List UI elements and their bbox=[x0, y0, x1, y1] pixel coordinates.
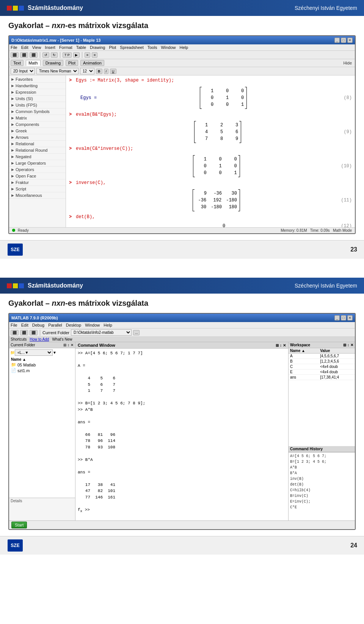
toolbar-align2[interactable]: ≡ bbox=[92, 52, 97, 58]
sidebar-fraktur[interactable]: ▶Fraktur bbox=[9, 179, 66, 186]
maple-minimize-btn[interactable]: _ bbox=[334, 38, 340, 43]
maple-win-controls[interactable]: _ □ ✕ bbox=[334, 38, 353, 43]
sidebar-large-operators[interactable]: ▶Large Operators bbox=[9, 160, 66, 167]
bold-btn[interactable]: B bbox=[96, 69, 102, 74]
cmd-ctrl-2[interactable]: ↕ bbox=[280, 343, 282, 347]
toolbar-redo[interactable]: ↻ bbox=[51, 52, 58, 58]
maple-close-btn[interactable]: ✕ bbox=[347, 38, 353, 43]
sidebar-miscellaneous[interactable]: ▶Miscellaneous bbox=[9, 192, 66, 199]
menu-insert[interactable]: Insert bbox=[45, 45, 55, 50]
toolbar-btn-1[interactable]: ⬛ bbox=[11, 52, 19, 58]
maple-line-3: > evalm(C&*inverse(C)); bbox=[69, 146, 352, 153]
maple-line-4: > inverse(C), bbox=[69, 180, 352, 187]
matlab-tb-1[interactable]: ⬛ bbox=[11, 330, 19, 335]
sidebar-arrows[interactable]: ▶Arrows bbox=[9, 134, 66, 141]
tab-math[interactable]: Math bbox=[26, 60, 40, 66]
matlab-browse-btn[interactable]: ... bbox=[133, 330, 140, 335]
menu-tools[interactable]: Tools bbox=[147, 45, 157, 50]
toolbar-align[interactable]: ≡ bbox=[85, 52, 90, 58]
maple-output-c-inv-c-row: 100 010 001 (10) bbox=[80, 155, 352, 177]
tab-animation[interactable]: Animation bbox=[80, 60, 104, 66]
input-mode-select[interactable]: 2D Input bbox=[11, 68, 35, 74]
matlab-tb-2[interactable]: ⬛ bbox=[20, 330, 28, 335]
ws-ctrl-1[interactable]: ⊞ bbox=[343, 343, 346, 347]
matlab-close-btn[interactable]: ✕ bbox=[347, 315, 353, 321]
matlab-details: Details bbox=[9, 498, 75, 520]
ws-table: Name ▲ Value A [4,5,6;5,6,7 B bbox=[289, 348, 355, 380]
ws-cell-A-value: [4,5,6;5,6,7 bbox=[318, 354, 355, 359]
folder-nav-select[interactable]: «L...▼ bbox=[15, 349, 53, 356]
sidebar-script[interactable]: ▶Script bbox=[9, 186, 66, 192]
sidebar-components[interactable]: ▶Components bbox=[9, 121, 66, 128]
tab-text[interactable]: Text bbox=[11, 60, 24, 66]
sidebar-favorites[interactable]: ▶Favorites bbox=[9, 76, 66, 83]
folder-header-controls[interactable]: ⊞ ↕ ✕ bbox=[63, 343, 74, 347]
tree-file-label: szt1.m bbox=[17, 368, 30, 373]
hide-label[interactable]: Hide bbox=[343, 61, 352, 65]
toolbar-math[interactable]: ▶ bbox=[73, 52, 80, 58]
ws-header-controls[interactable]: ⊞ ↕ ✕ bbox=[343, 343, 353, 347]
sidebar-expression[interactable]: ▶Expression bbox=[9, 89, 66, 96]
matlab-minimize-btn[interactable]: _ bbox=[334, 315, 340, 321]
italic-btn[interactable]: I bbox=[104, 69, 109, 74]
tree-item-folder[interactable]: 📁 05 Matlab bbox=[10, 362, 74, 368]
current-folder-select[interactable]: D:\Oktatás\Info2-matlab bbox=[71, 329, 132, 336]
matlab-menu-help[interactable]: Help bbox=[104, 323, 112, 327]
menu-format[interactable]: Format bbox=[59, 45, 72, 50]
matlab-start-btn[interactable]: Start bbox=[11, 522, 27, 528]
menu-table[interactable]: Table bbox=[76, 45, 86, 50]
toolbar-undo[interactable]: ↺ bbox=[42, 52, 49, 58]
toolbar-btn-2[interactable]: ⬛ bbox=[20, 52, 28, 58]
ws-ctrl-3[interactable]: ✕ bbox=[350, 343, 353, 347]
folder-ctrl-3[interactable]: ✕ bbox=[71, 343, 74, 347]
ws-ctrl-2[interactable]: ↕ bbox=[347, 343, 349, 347]
tree-item-file[interactable]: 📄 szt1.m bbox=[10, 368, 74, 373]
cmd-ctrl-1[interactable]: ⊞ bbox=[276, 343, 279, 347]
underline-btn[interactable]: U bbox=[110, 69, 116, 74]
matlab-menu-parallel[interactable]: Parallel bbox=[48, 323, 62, 327]
matlab-menu-debug[interactable]: Debug bbox=[32, 323, 44, 327]
tab-drawing[interactable]: Drawing bbox=[43, 60, 63, 66]
menu-spreadsheet[interactable]: Spreadsheet bbox=[120, 45, 143, 50]
folder-ctrl-2[interactable]: ↕ bbox=[67, 343, 69, 347]
how-to-add-label[interactable]: How to Add bbox=[30, 337, 49, 341]
matlab-win-controls[interactable]: _ □ ✕ bbox=[334, 315, 353, 321]
menu-help[interactable]: Help bbox=[180, 45, 188, 50]
matlab-maximize-btn[interactable]: □ bbox=[341, 315, 346, 321]
sidebar-common-symbols[interactable]: ▶Common Symbols bbox=[9, 108, 66, 115]
menu-plot[interactable]: Plot bbox=[109, 45, 116, 50]
folder-ctrl-1[interactable]: ⊞ bbox=[63, 343, 66, 347]
matlab-cmd-body[interactable]: >> A=[4 5 6; 5 6 7; 1 7 7] A = 4 5 6 5 6… bbox=[75, 349, 288, 520]
matlab-menu-edit[interactable]: Edit bbox=[21, 323, 28, 327]
sidebar-open-face[interactable]: ▶Open Face bbox=[9, 173, 66, 179]
matlab-menu-file[interactable]: File bbox=[11, 323, 17, 327]
maple-output-egys: Egys = 100 010 001 (8) bbox=[80, 87, 352, 109]
maple-maximize-btn[interactable]: □ bbox=[341, 38, 346, 43]
menu-window[interactable]: Window bbox=[161, 45, 176, 50]
sidebar-operators[interactable]: ▶Operators bbox=[9, 167, 66, 173]
cmd-ctrl-3[interactable]: ✕ bbox=[283, 343, 286, 347]
menu-file[interactable]: File bbox=[11, 45, 17, 50]
folder-nav-arrow[interactable]: ▼ bbox=[53, 351, 56, 355]
toolbar-btn-3[interactable]: ⬛ bbox=[30, 52, 38, 58]
sidebar-negated[interactable]: ▶Negated bbox=[9, 154, 66, 160]
matlab-menu-desktop[interactable]: Desktop bbox=[66, 323, 81, 327]
matlab-menu-window[interactable]: Window bbox=[85, 323, 100, 327]
menu-view[interactable]: View bbox=[32, 45, 41, 50]
menu-edit[interactable]: Edit bbox=[21, 45, 28, 50]
font-select[interactable]: Times New Roman bbox=[36, 68, 78, 74]
sidebar-units-fps[interactable]: ▶Units (FPS) bbox=[9, 102, 66, 108]
maple-body: ▶Favorites ▶Handwriting ▶Expression ▶Uni… bbox=[9, 75, 355, 227]
sidebar-units-si[interactable]: ▶Units (SI) bbox=[9, 96, 66, 102]
cmd-header-controls[interactable]: ⊞ ↕ ✕ bbox=[276, 343, 286, 347]
sidebar-relational-round[interactable]: ▶Relational Round bbox=[9, 147, 66, 154]
sidebar-matrix[interactable]: ▶Matrix bbox=[9, 115, 66, 121]
sidebar-handwriting[interactable]: ▶Handwriting bbox=[9, 83, 66, 89]
sidebar-relational[interactable]: ▶Relational bbox=[9, 141, 66, 147]
toolbar-tp[interactable]: T P bbox=[63, 52, 72, 58]
sidebar-greek[interactable]: ▶Greek bbox=[9, 128, 66, 134]
menu-drawing[interactable]: Drawing bbox=[90, 45, 105, 50]
matlab-tb-3[interactable]: ⬛ bbox=[30, 330, 38, 335]
font-size-select[interactable]: 12 bbox=[80, 68, 94, 74]
tab-plot[interactable]: Plot bbox=[66, 60, 78, 66]
